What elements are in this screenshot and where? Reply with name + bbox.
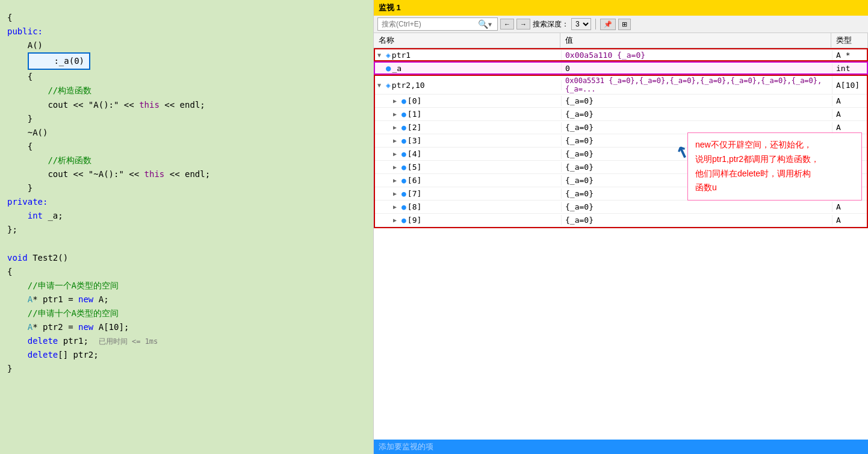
array-icon: ●: [401, 149, 406, 158]
watch-name-cell: ▶ ● _a: [375, 63, 562, 73]
table-row[interactable]: ▼ ◈ ptr1 0x00a5a110 {_a=0} A *: [374, 48, 868, 61]
watch-type-cell: A: [832, 109, 867, 119]
watch-name-cell: ▶ ● [4]: [375, 149, 562, 159]
row-name: [0]: [408, 96, 421, 105]
array-icon: ●: [401, 123, 406, 132]
depth-select[interactable]: 3 1 2 4 5: [571, 18, 591, 30]
watch-name-cell: ▼ ◈ ptr2,10: [375, 80, 562, 90]
array-icon: ●: [401, 136, 406, 145]
annotation-overlay: new不仅开辟空间，还初始化， 说明ptr1,ptr2都调用了构造函数， 他们同…: [687, 132, 862, 201]
row-name: [9]: [408, 216, 421, 225]
array-icon: ●: [401, 110, 406, 119]
annotation-text: new不仅开辟空间，还初始化， 说明ptr1,ptr2都调用了构造函数， 他们同…: [687, 132, 862, 201]
row-name: ptr1: [392, 51, 411, 60]
watch-table-header: 名称 值 类型: [374, 33, 868, 48]
watch-name-cell: ▶ ● [3]: [375, 135, 562, 146]
member-icon: ●: [386, 63, 391, 73]
watch-name-cell: ▶ ● [0]: [375, 96, 562, 106]
watch-name-cell: ▶ ● [5]: [375, 162, 562, 172]
columns-btn[interactable]: ⊞: [618, 19, 631, 30]
header-value: 值: [560, 33, 831, 48]
row-name: [1]: [408, 110, 421, 119]
watch-type-cell: A: [832, 202, 867, 212]
table-row[interactable]: ▶ ● [0] {_a=0} A: [375, 95, 867, 108]
array-icon: ●: [401, 163, 406, 172]
expand-icon[interactable]: ▶: [393, 190, 400, 197]
code-editor: { public: A() :_a(0) { //构造函数 cout << "A…: [0, 6, 373, 381]
watch-content-area: ▼ ◈ ptr1 0x00a5a110 {_a=0} A * ▶ ● _a 0: [374, 48, 868, 454]
array-icon: ●: [401, 96, 406, 105]
watch-type-cell: A: [832, 215, 867, 225]
watch-name-cell: ▶ ● [6]: [375, 175, 562, 185]
watch-body: ▼ ◈ ptr1 0x00a5a110 {_a=0} A * ▶ ● _a 0: [374, 48, 868, 440]
search-dropdown-icon[interactable]: ▼: [488, 21, 492, 28]
watch-name-cell: ▶ ● [2]: [375, 122, 562, 132]
watch-type-cell: A: [832, 122, 867, 132]
table-row[interactable]: ▶ ● [8] {_a=0} A: [375, 201, 867, 214]
expand-icon[interactable]: ▶: [393, 137, 400, 144]
watch-value-cell: {_a=0}: [562, 122, 832, 132]
pin-btn[interactable]: 📌: [600, 19, 616, 30]
watch-name-cell: ▶ ● [1]: [375, 109, 562, 119]
row-name: [4]: [408, 149, 421, 158]
watch-type-cell: int: [832, 63, 867, 73]
watch-type-cell: A: [832, 96, 867, 106]
watch-value-cell: {_a=0}: [562, 202, 832, 212]
array-icon: ●: [401, 216, 406, 225]
row-name: [7]: [408, 189, 421, 198]
row-name: [8]: [408, 202, 421, 211]
expand-icon[interactable]: ▶: [393, 217, 400, 223]
search-input[interactable]: [382, 20, 478, 28]
depth-control: 搜索深度： 3 1 2 4 5: [533, 18, 591, 30]
watch-title: 监视 1: [374, 0, 868, 16]
watch-value-cell: 0x00a5a110 {_a=0}: [562, 50, 832, 60]
table-row[interactable]: ▶ ● [1] {_a=0} A: [375, 108, 867, 121]
expand-icon[interactable]: ▶: [393, 124, 400, 131]
watch-value-cell: 0: [562, 63, 832, 73]
header-name: 名称: [374, 33, 560, 48]
array-icon: ●: [401, 202, 406, 211]
watch-type-cell: A *: [832, 50, 867, 60]
array-icon: ●: [401, 189, 406, 198]
row-name: [5]: [408, 163, 421, 172]
row-name: ptr2,10: [392, 81, 425, 90]
search-box[interactable]: 🔍 ▼: [377, 17, 498, 31]
watch-name-cell: ▶ ● [7]: [375, 188, 562, 199]
expand-icon[interactable]: ▶: [393, 98, 400, 104]
watch-type-cell: A[10]: [832, 80, 867, 90]
nav-forward-btn[interactable]: →: [516, 19, 530, 30]
pointer-icon: ◈: [386, 51, 391, 60]
expand-icon[interactable]: ▼: [377, 52, 385, 58]
expand-icon[interactable]: ▶: [393, 151, 400, 157]
add-watch-label: 添加要监视的项: [379, 441, 433, 452]
watch-value-cell: 0x00a5531 {_a=0},{_a=0},{_a=0},{_a=0},{_…: [562, 76, 832, 94]
table-row[interactable]: ▶ ● _a 0 int: [374, 61, 868, 75]
expand-icon[interactable]: ▶: [393, 164, 400, 170]
watch-toolbar: 🔍 ▼ ← → 搜索深度： 3 1 2 4 5 📌 ⊞: [374, 16, 868, 33]
header-type: 类型: [831, 33, 868, 48]
table-row[interactable]: ▶ ● [9] {_a=0} A: [375, 214, 867, 227]
row-name: [2]: [408, 123, 421, 132]
expand-icon[interactable]: ▼: [377, 82, 385, 89]
pointer-icon: ◈: [386, 81, 391, 90]
watch-panel: 监视 1 🔍 ▼ ← → 搜索深度： 3 1 2 4 5 📌 ⊞ 名称: [373, 0, 868, 454]
array-icon: ●: [401, 176, 406, 185]
toolbar-separator: [595, 19, 596, 30]
depth-label: 搜索深度：: [533, 19, 569, 30]
row-name: [3]: [408, 136, 421, 145]
expand-icon[interactable]: ▶: [393, 204, 400, 210]
watch-name-cell: ▼ ◈ ptr1: [375, 50, 562, 60]
row-name: [6]: [408, 176, 421, 185]
table-row[interactable]: ▼ ◈ ptr2,10 0x00a5531 {_a=0},{_a=0},{_a=…: [375, 76, 867, 95]
nav-back-btn[interactable]: ←: [500, 19, 514, 30]
add-watch-row[interactable]: 添加要监视的项: [374, 440, 868, 454]
watch-value-cell: {_a=0}: [562, 109, 832, 119]
expand-icon[interactable]: ▶: [393, 111, 400, 117]
row-name: _a: [392, 64, 401, 73]
code-panel: { public: A() :_a(0) { //构造函数 cout << "A…: [0, 0, 373, 454]
watch-value-cell: {_a=0}: [562, 96, 832, 106]
watch-value-cell: {_a=0}: [562, 215, 832, 225]
expand-icon[interactable]: ▶: [393, 177, 400, 184]
search-icon: 🔍: [478, 19, 488, 29]
watch-name-cell: ▶ ● [9]: [375, 215, 562, 225]
